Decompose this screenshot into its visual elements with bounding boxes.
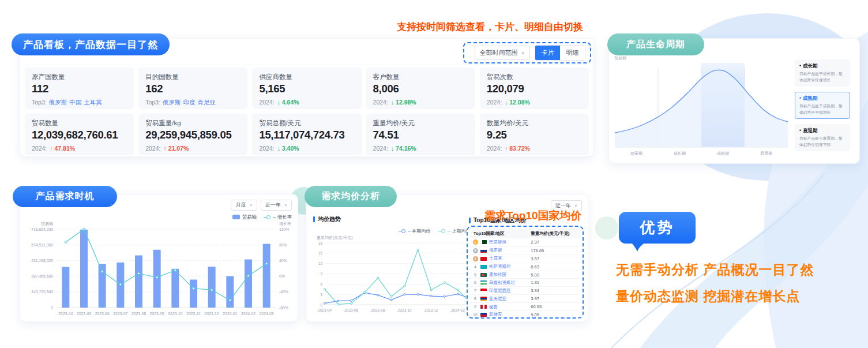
- stat-card: 贸易总额/美元15,117,074,724.732024:↓ 3.40%: [252, 114, 361, 155]
- stage-card-desc: 目标产品处于成长期，整体趋势呈快速增长: [799, 71, 846, 83]
- svg-text:18: 18: [318, 241, 323, 245]
- stat-label: 贸易重量/kg: [145, 119, 241, 128]
- stat-label: 数量均价/美元: [487, 119, 582, 128]
- lifecycle-stage-card-衰退期[interactable]: •衰退期目标产品处于衰退期，整体趋势呈明显下降: [795, 124, 850, 151]
- svg-text:2023-06: 2023-06: [344, 308, 358, 312]
- svg-text:40%: 40%: [279, 259, 287, 263]
- country-link[interactable]: 乌兹别克斯坦: [489, 280, 515, 286]
- country-link[interactable]: 俄罗斯: [489, 248, 502, 253]
- table-row[interactable]: 1巴基斯坦2.37: [470, 238, 580, 246]
- country-cell: 7印度尼西亚: [470, 288, 527, 294]
- country-cell: 6乌兹别克斯坦: [470, 280, 527, 286]
- top3-country-link[interactable]: 中国: [69, 99, 81, 106]
- stat-card: 贸易重量/kg29,259,945,859.052024:↑ 21.07%: [138, 114, 247, 155]
- stage-card-desc: 目标产品处于衰退期，整体趋势呈明显下降: [799, 136, 846, 148]
- year-label: 2024:: [259, 99, 274, 106]
- price-chart-legend: 本期均价 上期均价: [399, 228, 470, 234]
- stat-sub: 2024:↓ 74.16%: [373, 145, 468, 152]
- stat-card: 目的国数量162Top3:俄罗斯印度肯尼亚: [138, 68, 247, 109]
- country-link[interactable]: 亚美尼亚: [489, 296, 506, 302]
- country-link[interactable]: 菲律宾: [489, 312, 502, 317]
- country-link[interactable]: 哈萨克斯坦: [489, 264, 511, 270]
- range-select[interactable]: 近一年 ∨: [261, 200, 292, 211]
- country-link[interactable]: 秘鲁: [489, 304, 498, 310]
- stage-card-title: •成熟期: [799, 95, 846, 102]
- table-row[interactable]: 2俄罗斯176.65: [470, 246, 580, 255]
- top3-country-link[interactable]: 俄罗斯: [163, 99, 181, 106]
- table-row[interactable]: 6乌兹别克斯坦1.31: [470, 278, 580, 286]
- stat-sub: 2024:↑ 21.07%: [145, 145, 241, 152]
- top3-country-link[interactable]: 印度: [183, 99, 195, 106]
- top3-label: Top3:: [32, 99, 47, 106]
- table-row[interactable]: 8亚美尼亚3.97: [470, 294, 580, 302]
- card-view-button[interactable]: 卡片: [535, 46, 560, 60]
- country-flag-icon: [480, 297, 487, 301]
- svg-text:2023-09: 2023-09: [150, 312, 164, 316]
- country-link[interactable]: 孟加拉国: [489, 272, 506, 278]
- country-flag-icon: [480, 289, 487, 293]
- svg-text:2023-07: 2023-07: [113, 312, 127, 316]
- medal-rank-icon: 2: [473, 248, 478, 253]
- period-select[interactable]: 月度 ∨: [231, 200, 257, 211]
- stat-value: 5,165: [259, 83, 354, 95]
- bar-legend-icon: [232, 215, 240, 219]
- stat-label: 客户数量: [373, 73, 468, 81]
- detail-view-button[interactable]: 明细: [560, 46, 585, 60]
- country-link[interactable]: 土耳其: [489, 256, 502, 261]
- price-value: 9.05: [527, 312, 580, 317]
- svg-text:2023-12: 2023-12: [205, 312, 219, 316]
- rank-number: 6: [472, 280, 479, 285]
- stat-card: 数量均价/美元9.252024:↑ 83.72%: [480, 114, 589, 155]
- medal-rank-icon: 3: [473, 256, 478, 261]
- bullet-icon: •: [799, 128, 801, 133]
- range-select-value: 近一年: [265, 201, 281, 209]
- chevron-down-icon: ∨: [284, 203, 287, 207]
- stat-label: 贸易次数: [487, 73, 582, 81]
- table-row[interactable]: 4哈萨克斯坦8.63: [470, 263, 580, 271]
- country-flag-icon: [480, 313, 487, 317]
- top3-country-link[interactable]: 俄罗斯: [49, 99, 67, 106]
- ring-legend-icon: [401, 229, 405, 233]
- country-cell: 4哈萨克斯坦: [470, 264, 527, 270]
- table-row[interactable]: 7印度尼西亚3.34: [470, 286, 580, 294]
- svg-text:2023-04: 2023-04: [58, 312, 73, 316]
- table-row[interactable]: 3土耳其3.57: [470, 255, 580, 263]
- country-cell: 5孟加拉国: [470, 272, 527, 278]
- price-trend-chart: 18151296302023-042023-062023-082023-1020…: [310, 240, 478, 316]
- stat-sub: 2024:↓ 4.64%: [259, 99, 354, 106]
- time-range-select[interactable]: 全部时间范围 ∨: [475, 46, 530, 60]
- stat-value: 120,079: [487, 83, 582, 95]
- country-link[interactable]: 印度尼西亚: [489, 288, 511, 294]
- lifecycle-stage-card-成长期[interactable]: •成长期目标产品处于成长期，整体趋势呈快速增长: [795, 59, 850, 87]
- demand-timing-panel: 月度 ∨ 近一年 ∨ 贸易额 增长率 贸易额增长率718,664,200120%…: [20, 194, 298, 322]
- bullet-icon: •: [799, 95, 801, 101]
- rank-number: 10: [472, 313, 479, 317]
- stat-sub: 2024:↓ 12.08%: [487, 99, 582, 106]
- rank-number: 5: [472, 273, 479, 277]
- table-row[interactable]: 5孟加拉国5.02: [470, 271, 580, 279]
- chevron-down-icon: ∨: [574, 204, 577, 208]
- country-cell: 8亚美尼亚: [470, 296, 527, 302]
- stat-value: 112: [32, 83, 127, 95]
- rank-number: 7: [472, 289, 479, 293]
- country-link[interactable]: 巴基斯坦: [489, 240, 506, 245]
- price-value: 1.31: [527, 280, 580, 285]
- top3-country-link[interactable]: 土耳其: [84, 99, 102, 106]
- table-row[interactable]: 10菲律宾9.05: [470, 310, 580, 319]
- divider: [25, 65, 589, 65]
- table-row[interactable]: 9秘鲁60.55: [470, 302, 580, 310]
- svg-text:-40%: -40%: [279, 290, 288, 294]
- table-body: 1巴基斯坦2.372俄罗斯176.653土耳其3.574哈萨克斯坦8.635孟加…: [470, 238, 580, 319]
- country-cell: 10菲律宾: [470, 312, 527, 317]
- country-flag-icon: [480, 280, 487, 285]
- top3-country-link[interactable]: 肯尼亚: [197, 99, 216, 106]
- top10-table: Top10国家/地区 重量均价(美元/千克) 1巴基斯坦2.372俄罗斯176.…: [467, 226, 584, 319]
- demand-timing-chart: 贸易额增长率718,664,200120%574,931,36080%431,1…: [23, 221, 295, 320]
- lifecycle-stage-card-成熟期[interactable]: •成熟期目标产品处于成熟期，整体趋势呈平稳增长: [795, 92, 850, 119]
- period-select-value: 月度: [235, 201, 246, 209]
- svg-text:0%: 0%: [279, 274, 285, 278]
- lifecycle-stage-cards: •成长期目标产品处于成长期，整体趋势呈快速增长•成熟期目标产品处于成熟期，整体趋…: [795, 59, 850, 151]
- stat-card: 供应商数量5,1652024:↓ 4.64%: [252, 68, 361, 109]
- svg-text:287,465,680: 287,465,680: [31, 274, 53, 278]
- svg-text:718,664,200: 718,664,200: [31, 227, 53, 231]
